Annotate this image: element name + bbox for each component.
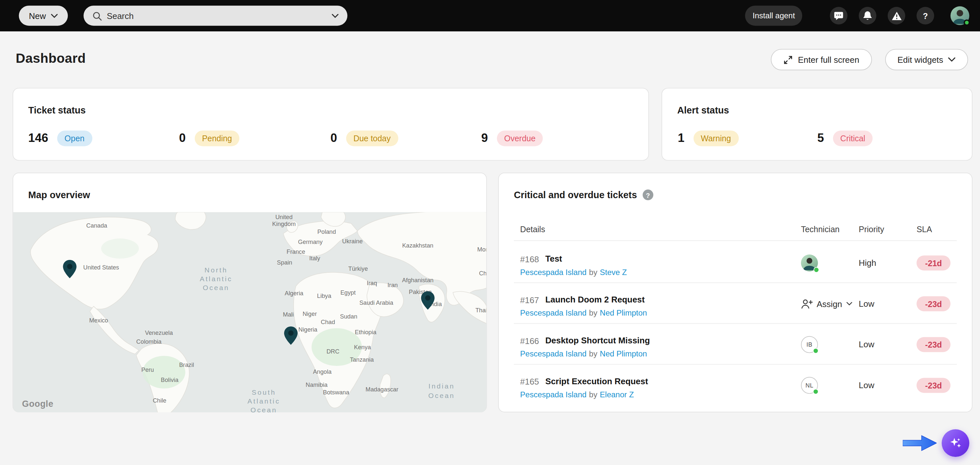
column-header-sla: SLA: [916, 225, 932, 234]
sparkles-icon: [948, 436, 963, 450]
map-canvas[interactable]: Google CanadaUnited StatesMexicoVenezuel…: [13, 212, 486, 413]
assign-technician-dropdown[interactable]: Assign: [801, 299, 852, 309]
requester-link[interactable]: Ned Plimpton: [600, 309, 647, 317]
technician-cell[interactable]: [801, 254, 818, 271]
dashboard-page: New Install agent ? Dashboard: [0, 0, 980, 465]
map-overview-title: Map overview: [28, 190, 90, 200]
site-link[interactable]: Pescespada Island: [520, 390, 587, 399]
site-link[interactable]: Pescespada Island: [520, 349, 587, 359]
alerts-button[interactable]: [888, 7, 905, 25]
ticket-id: #168: [520, 255, 539, 264]
chevron-down-icon: [846, 302, 852, 306]
warning-triangle-icon: [891, 11, 902, 21]
alert-status-card: Alert status 1 Warning 5 Critical: [662, 88, 972, 161]
install-agent-button[interactable]: Install agent: [745, 6, 802, 25]
stat-warning-value: 1: [678, 131, 684, 145]
help-button[interactable]: ?: [916, 7, 934, 25]
stat-due-today-value: 0: [331, 131, 337, 145]
ticket-meta: Pescespada Island by Ned Plimpton: [520, 309, 647, 317]
chat-icon: [834, 11, 844, 21]
ticket-meta: Pescespada Island by Eleanor Z: [520, 390, 634, 399]
stat-pending-value: 0: [179, 131, 186, 145]
technician-cell[interactable]: Assign: [801, 299, 852, 309]
stat-pending[interactable]: 0 Pending: [179, 130, 240, 146]
stat-overdue[interactable]: 9 Overdue: [481, 130, 543, 146]
requester-link[interactable]: Eleanor Z: [600, 390, 634, 399]
notifications-button[interactable]: [859, 7, 877, 25]
site-link[interactable]: Pescespada Island: [520, 309, 587, 317]
map-pin[interactable]: [421, 291, 435, 310]
chevron-down-icon: [948, 57, 956, 62]
technician-cell[interactable]: IB: [801, 336, 818, 353]
column-header-details: Details: [520, 225, 545, 234]
search-icon: [92, 11, 102, 21]
site-link[interactable]: Pescespada Island: [520, 268, 587, 277]
by-label: by: [589, 268, 597, 277]
stat-due-today-badge[interactable]: Due today: [346, 130, 398, 146]
technician-avatar[interactable]: [801, 254, 818, 271]
stat-warning-badge[interactable]: Warning: [693, 130, 738, 146]
stat-critical[interactable]: 5 Critical: [817, 130, 873, 146]
stat-critical-badge[interactable]: Critical: [833, 130, 873, 146]
map-pin[interactable]: [284, 326, 298, 345]
stat-due-today[interactable]: 0 Due today: [331, 130, 398, 146]
user-avatar[interactable]: [951, 6, 969, 25]
search-input[interactable]: [107, 11, 327, 21]
ticket-row[interactable]: #167 Launch Doom 2 Request Pescespada Is…: [499, 283, 972, 324]
column-header-technician: Technician: [801, 225, 840, 234]
ticket-subject[interactable]: Script Execution Request: [545, 377, 648, 386]
by-label: by: [589, 309, 597, 317]
ticket-subject[interactable]: Test: [545, 254, 562, 263]
technician-avatar-initials[interactable]: NL: [801, 377, 818, 394]
priority-value: Low: [859, 340, 875, 349]
ticket-id: #165: [520, 377, 539, 387]
new-button[interactable]: New: [19, 6, 68, 25]
stat-pending-badge[interactable]: Pending: [194, 130, 240, 146]
critical-overdue-title: Critical and overdue tickets ?: [514, 190, 653, 200]
new-button-label: New: [29, 11, 46, 21]
ticket-row[interactable]: #165 Script Execution Request Pescespada…: [499, 365, 972, 405]
by-label: by: [589, 349, 597, 359]
online-status-dot: [813, 267, 819, 273]
stat-warning[interactable]: 1 Warning: [678, 130, 738, 146]
search-scope-chevron-down-icon[interactable]: [332, 13, 339, 17]
priority-value: High: [859, 258, 876, 268]
stat-overdue-value: 9: [481, 131, 488, 145]
stat-open-badge[interactable]: Open: [57, 130, 92, 146]
ticket-subject[interactable]: Launch Doom 2 Request: [545, 295, 645, 305]
sla-badge: -23d: [916, 337, 951, 352]
online-status-dot: [813, 348, 818, 354]
ticket-id: #167: [520, 295, 539, 305]
help-icon[interactable]: ?: [643, 190, 653, 200]
ai-assistant-fab[interactable]: [942, 429, 969, 457]
assign-person-icon: [801, 299, 813, 309]
requester-link[interactable]: Ned Plimpton: [600, 349, 647, 359]
google-attribution[interactable]: Google: [22, 398, 53, 409]
ticket-status-title: Ticket status: [28, 105, 86, 116]
stat-open[interactable]: 146 Open: [28, 130, 92, 146]
ticket-row[interactable]: #166 Desktop Shortcut Missing Pescespada…: [499, 324, 972, 364]
stat-overdue-badge[interactable]: Overdue: [496, 130, 543, 146]
search-bar[interactable]: [83, 6, 347, 25]
assign-label: Assign: [817, 299, 842, 309]
requester-link[interactable]: Steve Z: [600, 268, 627, 277]
map-pin[interactable]: [62, 260, 77, 279]
technician-cell[interactable]: NL: [801, 377, 818, 394]
topbar: New Install agent ?: [0, 0, 980, 32]
technician-initials: NL: [805, 382, 813, 389]
edit-widgets-button[interactable]: Edit widgets: [885, 49, 968, 70]
enter-fullscreen-button[interactable]: Enter full screen: [771, 49, 872, 70]
by-label: by: [589, 390, 597, 399]
priority-value: Low: [859, 381, 875, 390]
ticket-id: #166: [520, 336, 539, 346]
ticket-row[interactable]: #168 Test Pescespada Island by Steve Z H…: [499, 242, 972, 282]
ticket-subject[interactable]: Desktop Shortcut Missing: [545, 336, 650, 345]
priority-value: Low: [859, 299, 875, 309]
chat-button[interactable]: [830, 7, 848, 25]
map-overview-card: Map overview: [13, 173, 487, 413]
cursor-arrow: [903, 434, 937, 452]
expand-icon: [784, 55, 793, 64]
alert-status-title: Alert status: [677, 105, 729, 116]
technician-avatar-initials[interactable]: IB: [801, 336, 818, 353]
sla-badge: -21d: [916, 256, 951, 270]
